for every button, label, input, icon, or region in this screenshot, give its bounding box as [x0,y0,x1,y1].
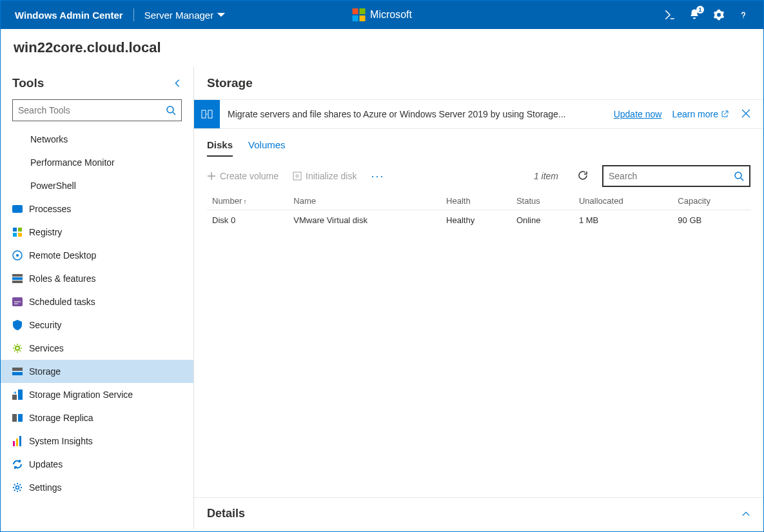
table-row[interactable]: Disk 0 VMware Virtual disk Healthy Onlin… [207,210,750,231]
cell-unallocated: 1 MB [574,210,672,231]
create-volume-button[interactable]: Create volume [207,171,279,181]
cell-number: Disk 0 [207,210,288,231]
sidebar-item-processes[interactable]: Processes [1,197,193,221]
svg-rect-20 [19,436,21,446]
sidebar-item-label: Storage [29,366,61,377]
sidebar-item-label: Settings [29,482,62,493]
svg-rect-8 [12,277,23,280]
svg-rect-18 [13,441,15,446]
brand-text: Microsoft [370,9,412,21]
sidebar-item-security[interactable]: Security [1,313,193,337]
updates-icon [12,459,23,469]
tools-search-input[interactable] [18,105,166,115]
sidebar-item-settings[interactable]: Settings [1,476,193,499]
notifications-button[interactable]: 1 [689,8,700,22]
refresh-button[interactable] [578,170,588,182]
sidebar-item-registry[interactable]: Registry [1,221,193,244]
sidebar-item-label: System Insights [29,436,93,446]
notification-badge: 1 [696,6,704,14]
cell-health: Healthy [441,210,511,231]
sidebar-item-remote-desktop[interactable]: Remote Desktop [1,244,193,267]
sidebar-item-label: Storage Replica [29,413,93,423]
sidebar-item-label: Services [29,343,64,353]
chevron-up-icon [741,509,750,518]
storage-replica-icon [12,413,23,423]
banner-learn-more-link[interactable]: Learn more [672,109,729,119]
table-header-row: Number↑ Name Health Status Unallocated C… [207,192,750,210]
topbar-actions: 1 [664,8,756,22]
svg-rect-23 [208,110,212,118]
storage-migration-icon [12,389,23,400]
sidebar-item-services[interactable]: Services [1,337,193,360]
sidebar-item-label: Remote Desktop [29,250,96,261]
banner-close-button[interactable] [739,109,753,120]
brand: Microsoft [352,8,412,21]
sidebar-item-roles-features[interactable]: Roles & features [1,267,193,290]
sidebar-item-label: Updates [29,459,63,469]
column-status[interactable]: Status [511,192,574,210]
sidebar-item-label: Scheduled tasks [29,297,95,307]
sidebar-item-label: Storage Migration Service [29,389,133,400]
disk-icon [293,172,302,181]
command-bar: Create volume Initialize disk ··· 1 item [194,157,763,192]
disk-search-box[interactable] [602,165,750,187]
tab-disks[interactable]: Disks [207,135,233,157]
sidebar-item-label: Security [29,320,62,330]
tools-search-box[interactable] [12,99,182,121]
server-name-heading: win22core.cloud.local [1,29,763,67]
services-icon [12,343,23,353]
svg-rect-19 [16,438,18,446]
sidebar-item-storage-migration[interactable]: Storage Migration Service [1,383,193,406]
powershell-icon[interactable] [664,9,676,21]
initialize-disk-button[interactable]: Initialize disk [293,171,357,181]
svg-rect-17 [18,414,23,422]
tools-heading: Tools [12,76,44,90]
sidebar-item-storage-replica[interactable]: Storage Replica [1,406,193,429]
help-icon[interactable] [738,9,749,21]
search-icon [734,171,744,181]
cell-name: VMware Virtual disk [288,210,441,231]
app-title[interactable]: Windows Admin Center [8,10,130,21]
registry-icon [12,227,23,237]
banner-text: Migrate servers and file shares to Azure… [220,109,614,119]
remote-desktop-icon [12,250,23,261]
svg-point-21 [16,486,19,489]
column-name[interactable]: Name [288,192,441,210]
more-commands-button[interactable]: ··· [371,170,384,183]
page-title: Storage [194,76,763,99]
cell-capacity: 90 GB [672,210,750,231]
sidebar-item-scheduled-tasks[interactable]: Scheduled tasks [1,290,193,313]
svg-rect-16 [12,414,17,422]
top-bar: Windows Admin Center Server Manager Micr… [1,1,763,29]
disk-search-input[interactable] [609,171,734,181]
context-dropdown[interactable]: Server Manager [138,10,232,21]
banner-update-link[interactable]: Update now [614,109,662,119]
sidebar-item-networks[interactable]: Networks [1,128,193,151]
svg-rect-13 [12,372,23,375]
storage-icon [12,366,23,377]
tools-list[interactable]: Networks Performance Monitor PowerShell … [1,128,193,529]
settings-icon[interactable] [713,9,725,21]
sidebar-item-label: Roles & features [29,273,96,284]
details-panel-header[interactable]: Details [194,497,763,529]
sidebar-item-label: Registry [29,227,62,237]
column-capacity[interactable]: Capacity [672,192,750,210]
tools-sidebar: Tools Networks Performance Monitor Power… [1,67,194,529]
svg-rect-15 [18,389,23,400]
column-unallocated[interactable]: Unallocated [574,192,672,210]
collapse-sidebar-icon[interactable] [173,79,182,88]
sidebar-item-storage[interactable]: Storage [1,360,193,383]
chevron-down-icon [217,11,225,19]
sidebar-item-label: PowerShell [30,181,76,191]
item-count: 1 item [534,171,558,181]
banner-icon [194,100,220,128]
scheduled-tasks-icon [12,297,23,307]
sidebar-item-performance-monitor[interactable]: Performance Monitor [1,151,193,174]
sidebar-item-system-insights[interactable]: System Insights [1,429,193,453]
tab-volumes[interactable]: Volumes [248,135,286,157]
gear-icon [12,482,23,493]
column-health[interactable]: Health [441,192,511,210]
sidebar-item-updates[interactable]: Updates [1,453,193,476]
column-number[interactable]: Number↑ [207,192,288,210]
sidebar-item-powershell[interactable]: PowerShell [1,174,193,197]
